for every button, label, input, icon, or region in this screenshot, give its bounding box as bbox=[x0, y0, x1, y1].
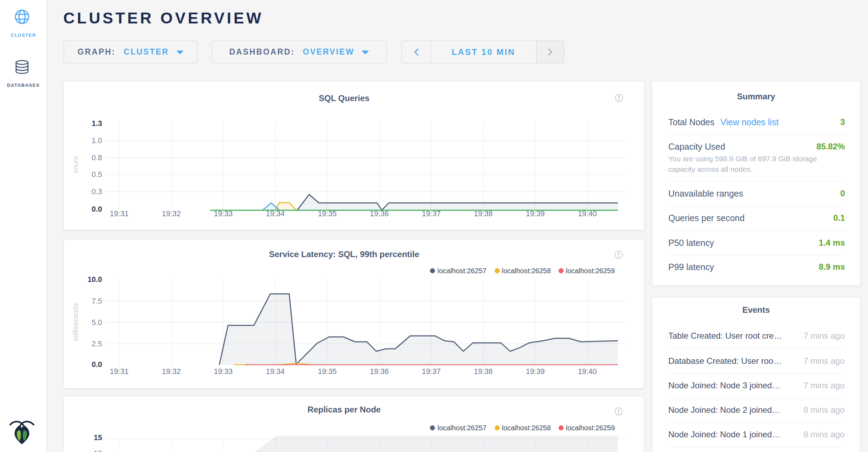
svg-text:localhost:26259: localhost:26259 bbox=[566, 267, 615, 275]
svg-text:5.0: 5.0 bbox=[92, 318, 102, 327]
svg-text:19:34: 19:34 bbox=[266, 210, 285, 218]
svg-text:15: 15 bbox=[94, 433, 102, 442]
svg-text:10.0: 10.0 bbox=[87, 275, 102, 284]
svg-text:milliseconds: milliseconds bbox=[72, 303, 79, 341]
svg-text:19:35: 19:35 bbox=[318, 367, 337, 376]
svg-text:0.5: 0.5 bbox=[92, 170, 102, 179]
svg-text:0.0: 0.0 bbox=[92, 205, 102, 213]
svg-text:19:38: 19:38 bbox=[474, 210, 493, 218]
svg-text:19:32: 19:32 bbox=[162, 367, 181, 376]
svg-text:19:35: 19:35 bbox=[318, 210, 337, 218]
svg-text:1.0: 1.0 bbox=[92, 136, 102, 145]
svg-text:7.5: 7.5 bbox=[92, 297, 102, 305]
svg-text:19:40: 19:40 bbox=[578, 367, 597, 376]
svg-text:localhost:26258: localhost:26258 bbox=[502, 267, 551, 275]
svg-text:19:39: 19:39 bbox=[526, 210, 545, 218]
svg-text:19:31: 19:31 bbox=[110, 210, 129, 218]
svg-text:2.5: 2.5 bbox=[92, 340, 102, 348]
svg-text:SQL Queries: SQL Queries bbox=[319, 93, 370, 103]
svg-text:localhost:26259: localhost:26259 bbox=[566, 424, 615, 432]
svg-text:Replicas per Node: Replicas per Node bbox=[307, 405, 380, 414]
svg-text:0.3: 0.3 bbox=[92, 188, 102, 196]
svg-text:count: count bbox=[72, 156, 79, 173]
svg-text:Service Latency: SQL, 99th per: Service Latency: SQL, 99th percentile bbox=[269, 249, 419, 259]
svg-text:19:37: 19:37 bbox=[422, 210, 441, 218]
svg-text:19:37: 19:37 bbox=[422, 367, 441, 376]
svg-text:localhost:26257: localhost:26257 bbox=[437, 424, 486, 432]
svg-text:19:40: 19:40 bbox=[578, 210, 597, 218]
svg-text:19:31: 19:31 bbox=[110, 367, 129, 376]
svg-text:19:33: 19:33 bbox=[214, 367, 233, 376]
svg-text:localhost:26257: localhost:26257 bbox=[437, 267, 486, 275]
svg-text:0.0: 0.0 bbox=[92, 360, 102, 369]
svg-text:19:34: 19:34 bbox=[266, 367, 285, 376]
svg-text:19:38: 19:38 bbox=[474, 367, 493, 376]
svg-text:19:32: 19:32 bbox=[162, 210, 181, 218]
svg-text:19:39: 19:39 bbox=[526, 367, 545, 376]
svg-text:1.3: 1.3 bbox=[92, 119, 102, 128]
svg-text:19:33: 19:33 bbox=[214, 210, 233, 218]
svg-text:19:36: 19:36 bbox=[370, 367, 389, 376]
svg-text:0.8: 0.8 bbox=[92, 154, 102, 162]
svg-text:localhost:26258: localhost:26258 bbox=[502, 424, 551, 432]
svg-text:10: 10 bbox=[94, 449, 102, 452]
svg-text:19:36: 19:36 bbox=[370, 210, 389, 218]
